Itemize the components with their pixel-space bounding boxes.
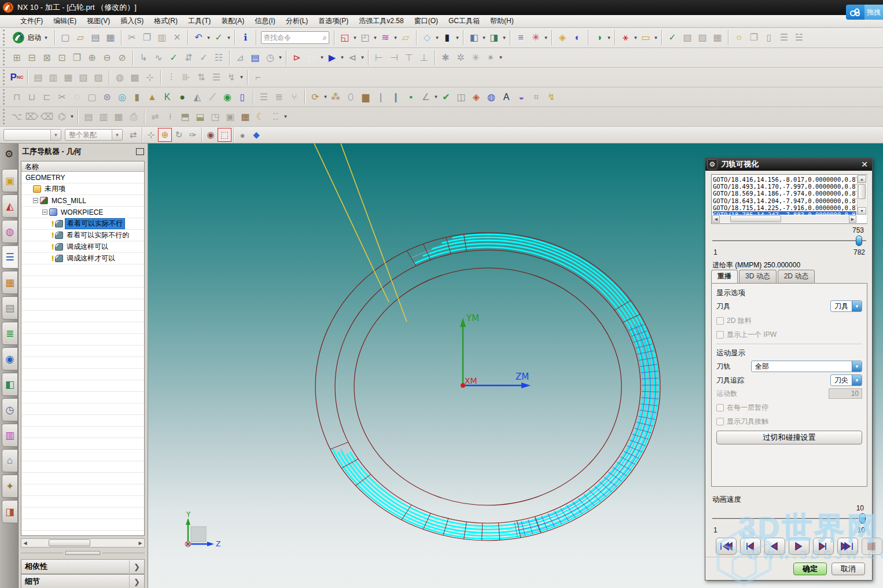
wedge-button[interactable]: ◭ <box>190 90 205 105</box>
goto-line[interactable]: GOTO/18.493,14.170,-7.997,0.0000000,0.87… <box>713 183 856 190</box>
gem-button[interactable]: ◈ <box>469 90 484 105</box>
checkbox-icon[interactable] <box>716 317 724 325</box>
tree-column-header[interactable]: 名称 <box>21 161 144 172</box>
tool-hand-button[interactable]: ✑ <box>186 128 200 142</box>
chevron-down-icon[interactable]: ▼ <box>283 109 288 124</box>
tab-2[interactable]: 2D 动态 <box>778 270 815 283</box>
probe-a-button[interactable]: ⌐ <box>251 70 266 85</box>
sim-b-button[interactable]: ⊣ <box>387 50 402 65</box>
forward-end-button[interactable] <box>837 538 858 555</box>
fit-view-button[interactable]: ◱ <box>337 30 352 45</box>
angle-button[interactable]: ∠ <box>418 90 433 105</box>
menu-4[interactable]: 格式(R) <box>149 15 183 27</box>
bolt-button[interactable]: ↯ <box>544 90 559 105</box>
information-button[interactable]: ℹ <box>238 30 253 45</box>
grid-3-button[interactable]: ▦ <box>238 109 253 124</box>
resource-tab-machining-feature-navigator[interactable]: ▦ <box>2 271 18 294</box>
swirl-k-button[interactable]: K <box>160 90 175 105</box>
chevron-down-icon[interactable]: ▼ <box>352 30 358 45</box>
edit-object-display-button[interactable]: ≋ <box>378 30 393 45</box>
chevron-down-icon[interactable]: ▼ <box>239 70 244 85</box>
resource-tab-roles[interactable]: ✦ <box>2 475 18 498</box>
print-button[interactable]: ▦ <box>103 30 118 45</box>
view-layers-button[interactable]: ≡ <box>513 30 528 45</box>
opt-a-button[interactable]: ✱ <box>438 50 453 65</box>
frame-button[interactable]: ◳ <box>208 109 223 124</box>
shop-doc-button[interactable]: ▤ <box>248 50 263 65</box>
dialog-title-bar[interactable]: ⚙ 刀轨可视化 ✕ <box>705 158 872 171</box>
mill-c-button[interactable]: ▦ <box>61 70 76 85</box>
feature-a-button[interactable]: ⊓ <box>9 90 24 105</box>
chevron-down-icon[interactable]: ▼ <box>653 30 658 45</box>
prt-doc-button[interactable]: ▯ <box>235 90 250 105</box>
goto-list-box[interactable]: GOTO/18.416,14.156,-8.017,0.0000000,0.87… <box>711 174 867 224</box>
tab-0[interactable]: 重播 <box>711 270 738 284</box>
undo-button[interactable]: ↶ <box>191 30 206 45</box>
tree-row[interactable]: !看着可以实际不行的 <box>21 230 144 241</box>
copies-button[interactable]: ❐ <box>746 30 761 45</box>
goto-line[interactable]: GOTO/18.643,14.204,-7.947,0.0000000,0.87… <box>713 197 856 204</box>
tree-item-label[interactable]: 调成这样可以 <box>65 242 110 252</box>
cone-button[interactable]: ▲ <box>145 90 160 105</box>
scroll-thumb[interactable] <box>730 215 781 222</box>
cancel-button[interactable]: 取消 <box>832 563 865 575</box>
output-cone-button[interactable]: ⊲ <box>345 50 360 65</box>
palette2-button[interactable]: ◒ <box>514 90 529 105</box>
paste-operation-button[interactable]: ⊕ <box>84 50 100 65</box>
scroll-right-icon[interactable]: ▶ <box>137 541 144 546</box>
doc-d-button[interactable]: ⎙ <box>126 109 141 124</box>
chevron-down-icon[interactable]: ▼ <box>502 30 507 45</box>
globe-button[interactable]: ◍ <box>484 90 499 105</box>
menu-10[interactable]: 浩强工具v2.58 <box>354 15 409 27</box>
speed-slider-thumb[interactable] <box>859 513 866 524</box>
tree-row[interactable]: 未用项 <box>21 183 144 195</box>
scroll-right-icon[interactable]: ▶ <box>849 215 856 223</box>
chevron-down-icon[interactable]: ▼ <box>360 50 365 65</box>
chevron-down-icon[interactable]: ▼ <box>226 30 231 45</box>
verify-check-button[interactable]: ✓ <box>665 30 680 45</box>
chevron-down-icon[interactable]: ▼ <box>206 30 211 45</box>
assembly-constraints-button[interactable]: ✳ <box>528 30 543 45</box>
feature-f-button[interactable]: ▢ <box>84 90 100 105</box>
chevron-down-icon[interactable]: ▼ <box>435 30 440 45</box>
collapse-icon[interactable] <box>33 198 38 203</box>
step-back-button[interactable] <box>740 538 761 555</box>
sim-d-button[interactable]: ⊥ <box>417 50 432 65</box>
scroll-left-icon[interactable]: ◀ <box>712 215 720 223</box>
chevron-down-icon[interactable]: ▼ <box>606 30 612 45</box>
pin-b-button[interactable]: ❙ <box>388 90 403 105</box>
grid2-button[interactable]: ⌗ <box>529 90 544 105</box>
mill-b-button[interactable]: ▥ <box>46 70 61 85</box>
doc-b-button[interactable]: ▥ <box>96 109 111 124</box>
tree-item-label[interactable]: MCS_MILL <box>50 197 88 205</box>
find-command-box[interactable]: 查找命令⌕ <box>261 31 329 44</box>
list-toolpath-button[interactable]: ⇵ <box>181 50 196 65</box>
tree-row[interactable]: MCS_MILL <box>21 195 144 207</box>
nav-d-button[interactable]: ⌬ <box>54 109 69 124</box>
dot-button[interactable]: ● <box>175 90 190 105</box>
goto-vertical-scrollbar[interactable]: ▲ ▼ <box>857 175 866 215</box>
navigator-horizontal-scrollbar[interactable]: ◀ ▶ <box>21 538 145 547</box>
hex-point-button[interactable]: ◉ <box>204 128 218 142</box>
tree-e-button[interactable]: ↯ <box>224 70 239 85</box>
scroll-thumb[interactable] <box>49 539 90 546</box>
toolpath-dropdown[interactable]: 全部▼ <box>751 361 862 372</box>
chevron-down-icon[interactable]: ❯ <box>129 575 144 588</box>
resource-tab-visualization-wand[interactable]: ▥ <box>2 424 18 447</box>
nav-a-button[interactable]: ⌥ <box>9 109 24 124</box>
tree-d-button[interactable]: ☰ <box>209 70 224 85</box>
analysis-toggle-button[interactable]: ◑ <box>591 30 606 45</box>
sphere-grey-button[interactable]: ● <box>236 128 249 142</box>
ok-button[interactable]: 确定 <box>793 563 827 575</box>
dnf-inch-button[interactable]: ⇌ <box>148 109 163 124</box>
tree-list-button[interactable]: ☰ <box>256 90 271 105</box>
oval-button[interactable]: ⬯ <box>343 90 358 105</box>
scroll-up-icon[interactable]: ▲ <box>858 175 866 183</box>
start-button[interactable]: 启动▼ <box>9 29 51 46</box>
new-file-button[interactable]: ▢ <box>58 30 73 45</box>
sheet-button[interactable]: ▣ <box>223 109 238 124</box>
play-backward-button[interactable] <box>764 538 785 555</box>
dialog-menu-gear-icon[interactable]: ⚙ <box>707 159 718 170</box>
chevron-down-icon[interactable]: ▼ <box>498 50 503 65</box>
save-file-button[interactable]: ▤ <box>88 30 103 45</box>
